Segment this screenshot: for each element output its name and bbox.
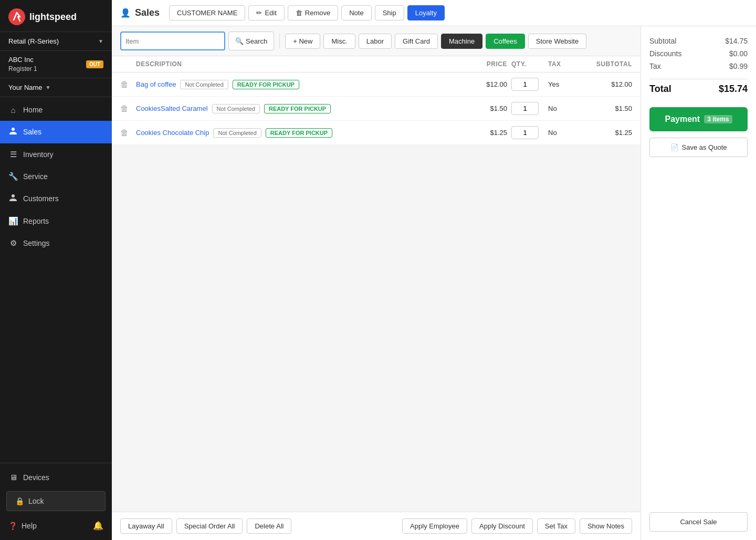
remove-button[interactable]: 🗑 Remove [288,5,338,20]
item-3-subtotal: $1.25 [585,129,632,137]
discounts-value: $0.00 [729,49,748,58]
settings-icon: ⚙ [8,238,18,248]
sidebar-item-home[interactable]: ⌂ Home [0,99,112,121]
sidebar-item-customers-label: Customers [23,194,59,203]
search-button[interactable]: 🔍 Search [228,32,274,50]
item-search-input[interactable] [125,37,199,45]
delete-row-3-button[interactable]: 🗑 [120,128,136,138]
reports-icon: 📊 [8,216,18,226]
discounts-label: Discounts [649,49,681,58]
user-name: Your Name [8,84,43,91]
delete-row-2-button[interactable]: 🗑 [120,104,136,113]
total-row: Total $15.74 [649,79,748,95]
payment-label: Payment [665,115,700,124]
item-2-qty-input[interactable] [511,102,539,115]
sidebar-item-settings[interactable]: ⚙ Settings [0,232,112,254]
description-header: DESCRIPTION [136,60,469,68]
edit-button[interactable]: ✏ Edit [248,5,284,20]
payment-button[interactable]: Payment 3 items [649,107,748,131]
item-3-name[interactable]: Cookies Chocolate Chip [136,129,209,137]
search-row: 🔍 Search + New Misc. Labor Gift Card Mac… [112,26,640,56]
store-dropdown-arrow: ▼ [98,38,103,44]
special-order-all-button[interactable]: Special Order All [176,518,243,534]
item-1-tax: Yes [548,80,585,88]
labor-button[interactable]: Labor [359,34,392,49]
total-label: Total [649,84,671,95]
divider [279,34,280,48]
sidebar-item-devices[interactable]: 🖥 Devices [0,468,112,487]
discounts-row: Discounts $0.00 [649,49,748,58]
cancel-sale-button[interactable]: Cancel Sale [649,512,748,532]
tax-label: Tax [649,62,661,70]
page-title-area: 👤 Sales [120,7,160,18]
item-2-desc: CookiesSalted Caramel Not Completed READ… [136,104,469,113]
delete-row-1-button[interactable]: 🗑 [120,80,136,89]
payment-items-badge: 3 items [704,115,732,123]
sidebar-bottom: 🖥 Devices 🔒 Lock ❓ Help 🔔 [0,463,112,540]
table-header: DESCRIPTION PRICE QTY. TAX SUBTOTAL [112,56,640,72]
sidebar-item-service[interactable]: 🔧 Service [0,165,112,188]
action-bar: Layaway All Special Order All Delete All… [112,512,640,540]
layaway-all-button[interactable]: Layaway All [120,518,172,534]
ship-button[interactable]: Ship [375,5,404,20]
item-2-status: Not Completed [212,104,260,113]
gift-card-button[interactable]: Gift Card [395,34,438,49]
loyalty-button[interactable]: Loyalty [407,5,445,20]
item-3-price: $1.25 [469,129,511,137]
register-name: Register 1 [8,65,37,74]
delete-all-button[interactable]: Delete All [247,518,291,534]
item-2-name[interactable]: CookiesSalted Caramel [136,105,208,112]
notification-icon[interactable]: 🔔 [93,521,103,531]
save-quote-button[interactable]: 📄 Save as Quote [649,138,748,157]
note-button[interactable]: Note [341,5,371,20]
sidebar-item-sales[interactable]: Sales [0,121,112,143]
table-row: 🗑 Bag of coffee Not Completed READY FOR … [112,72,640,97]
help-row: ❓ Help 🔔 [0,515,112,536]
item-2-qty-cell [511,102,548,115]
new-button[interactable]: + New [285,34,320,49]
svg-point-0 [8,8,25,25]
show-notes-button[interactable]: Show Notes [580,518,632,534]
sidebar: lightspeed Retail (R-Series) ▼ ABC Inc R… [0,0,112,540]
search-icon: 🔍 [235,37,244,45]
item-1-subtotal: $12.00 [585,80,632,88]
item-1-name[interactable]: Bag of coffee [136,80,176,88]
help-icon: ❓ [8,522,17,530]
sidebar-nav: ⌂ Home Sales ☰ Inventory 🔧 Service Custo… [0,97,112,463]
item-3-desc: Cookies Chocolate Chip Not Completed REA… [136,128,469,138]
sidebar-item-customers[interactable]: Customers [0,188,112,210]
misc-button[interactable]: Misc. [323,34,355,49]
table-row: 🗑 CookiesSalted Caramel Not Completed RE… [112,97,640,121]
machine-button[interactable]: Machine [441,34,482,49]
coffees-button[interactable]: Coffees [486,34,525,49]
apply-discount-button[interactable]: Apply Discount [471,518,533,534]
service-icon: 🔧 [8,172,18,181]
item-3-pickup: READY FOR PICKUP [266,128,332,138]
subtotal-header: SUBTOTAL [585,60,632,68]
item-3-qty-input[interactable] [511,126,539,139]
sidebar-devices-label: Devices [23,473,49,482]
item-1-qty-input[interactable] [511,78,539,91]
subtotal-value: $14.75 [725,37,748,45]
subtotal-label: Subtotal [649,37,676,45]
sidebar-logo[interactable]: lightspeed [0,0,112,32]
apply-employee-button[interactable]: Apply Employee [402,518,467,534]
sidebar-item-inventory[interactable]: ☰ Inventory [0,143,112,165]
sidebar-item-reports-label: Reports [23,217,49,225]
logo-text: lightspeed [29,12,77,23]
lock-button[interactable]: 🔒 Lock [6,491,106,511]
set-tax-button[interactable]: Set Tax [537,518,575,534]
lightspeed-logo-icon [8,8,25,25]
item-2-tax: No [548,105,585,112]
customer-name-button[interactable]: CUSTOMER NAME [169,5,245,20]
sidebar-store-selector[interactable]: Retail (R-Series) ▼ [0,32,112,51]
page-title: Sales [135,7,160,18]
sidebar-item-settings-label: Settings [23,239,50,247]
sidebar-user-selector[interactable]: Your Name ▼ [0,78,112,97]
help-link[interactable]: ❓ Help [8,522,37,530]
company-name: ABC Inc [8,55,37,65]
store-website-button[interactable]: Store Website [528,34,586,49]
sidebar-item-reports[interactable]: 📊 Reports [0,210,112,232]
store-name: Retail (R-Series) [8,37,59,45]
subtotal-row: Subtotal $14.75 [649,37,748,45]
